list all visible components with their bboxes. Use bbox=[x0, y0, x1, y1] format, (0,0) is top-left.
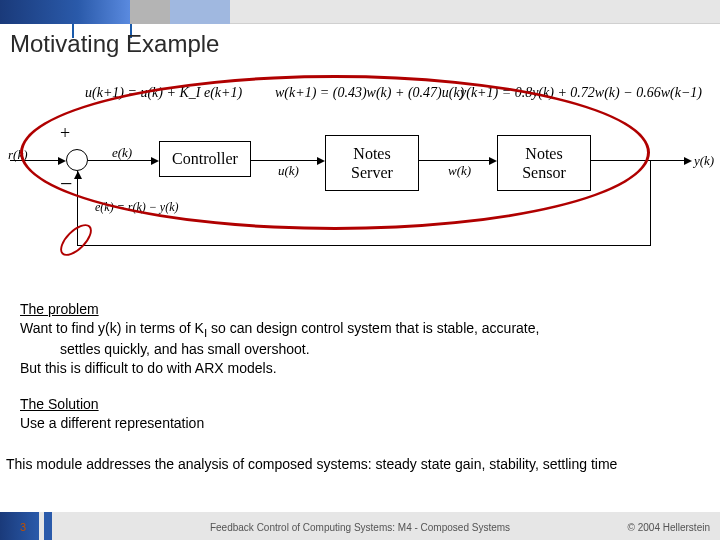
banner-stripe-2 bbox=[130, 0, 170, 24]
footer-copyright: © 2004 Hellerstein bbox=[628, 522, 710, 533]
signal-y: y(k) bbox=[694, 153, 714, 169]
arrow-icon bbox=[684, 157, 692, 165]
solution-section: The Solution Use a different representat… bbox=[20, 395, 204, 433]
block-diagram: u(k+1) = u(k) + K_I e(k+1) w(k+1) = (0.4… bbox=[0, 75, 720, 275]
problem-l1b: so can design control system that is sta… bbox=[207, 320, 539, 336]
solution-heading: The Solution bbox=[20, 395, 204, 414]
problem-heading: The problem bbox=[20, 300, 539, 319]
highlight-ellipse-icon bbox=[20, 75, 650, 230]
module-note: This module addresses the analysis of co… bbox=[6, 455, 716, 474]
line bbox=[650, 160, 651, 245]
line bbox=[77, 245, 651, 246]
problem-line3: But this is difficult to do with ARX mod… bbox=[20, 359, 539, 378]
problem-line1: Want to find y(k) in terms of KI so can … bbox=[20, 319, 539, 341]
top-banner bbox=[0, 0, 720, 24]
slide-title: Motivating Example bbox=[10, 30, 219, 58]
solution-line1: Use a different representation bbox=[20, 414, 204, 433]
problem-section: The problem Want to find y(k) in terms o… bbox=[20, 300, 539, 378]
banner-stripe-3 bbox=[170, 0, 230, 24]
problem-line2: settles quickly, and has small overshoot… bbox=[20, 340, 539, 359]
banner-stripe-1 bbox=[0, 0, 130, 24]
footer-center-text: Feedback Control of Computing Systems: M… bbox=[0, 522, 720, 533]
highlight-small-ellipse-icon bbox=[55, 219, 97, 261]
problem-l1a: Want to find y(k) in terms of K bbox=[20, 320, 204, 336]
